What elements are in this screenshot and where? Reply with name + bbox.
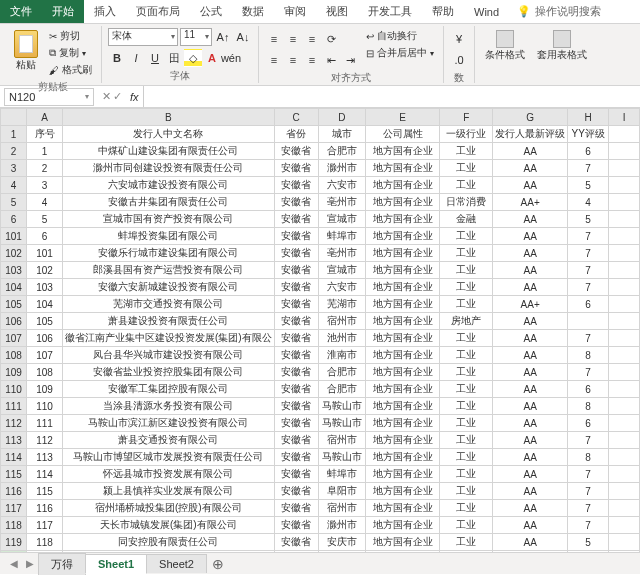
decimal-dec-button[interactable]: .0 [450,51,468,69]
cell[interactable] [609,415,640,432]
col-header-E[interactable]: E [366,109,440,126]
orientation-button[interactable]: ⟳ [322,30,340,48]
cell[interactable]: 宣城市 [318,211,365,228]
cell[interactable]: 蚌埠市 [318,466,365,483]
cell[interactable]: 金融 [440,211,493,228]
row-header[interactable]: 113 [1,432,27,449]
col-header-H[interactable]: H [568,109,609,126]
cell[interactable]: 安徽省 [274,211,318,228]
cell[interactable]: 地方国有企业 [366,500,440,517]
cell[interactable]: 7 [568,160,609,177]
wrap-text-button[interactable]: ↩自动换行 [363,28,437,44]
cell[interactable]: 安徽省 [274,500,318,517]
cell[interactable]: 工业 [440,483,493,500]
cell[interactable]: 3 [27,177,63,194]
col-header-D[interactable]: D [318,109,365,126]
underline-button[interactable]: U [146,49,164,67]
cell[interactable]: 安徽省 [274,262,318,279]
row-header[interactable]: 4 [1,177,27,194]
tab-view[interactable]: 视图 [316,0,358,23]
cell[interactable]: 池州市 [318,330,365,347]
cell[interactable]: 安徽省 [274,296,318,313]
cell[interactable]: 地方国有企业 [366,160,440,177]
cell[interactable]: 安徽省 [274,483,318,500]
cell[interactable]: 淮南市 [318,347,365,364]
cell[interactable]: AA [493,381,568,398]
cell[interactable]: 工业 [440,262,493,279]
grow-font-button[interactable]: A↑ [214,28,232,46]
cell[interactable]: 地方国有企业 [366,245,440,262]
cell[interactable]: 地方国有企业 [366,313,440,330]
cell[interactable]: 六安城市建设投资有限公司 [62,177,274,194]
cell[interactable] [609,381,640,398]
cell[interactable]: 4 [568,194,609,211]
cell[interactable]: 马鞍山市 [318,415,365,432]
row-header[interactable]: 2 [1,143,27,160]
format-painter-button[interactable]: 🖌格式刷 [46,62,95,78]
cell[interactable]: 工业 [440,160,493,177]
cell[interactable]: 地方国有企业 [366,449,440,466]
cell[interactable]: 118 [27,534,63,551]
cell[interactable]: AA [493,160,568,177]
cell[interactable]: 119 [27,551,63,553]
cell[interactable]: 105 [27,313,63,330]
cell[interactable] [609,330,640,347]
cell[interactable]: AA [493,313,568,330]
cell[interactable]: 7 [568,262,609,279]
cell[interactable]: 安徽省 [274,245,318,262]
paste-button[interactable]: 粘贴 [10,28,42,74]
cell[interactable] [609,211,640,228]
cell[interactable]: 1 [27,143,63,160]
tell-me[interactable]: 💡 操作说明搜索 [517,4,601,19]
table-header-cell[interactable]: 城市 [318,126,365,143]
cell[interactable]: 安徽省 [274,194,318,211]
cell[interactable]: 蚌埠投资集团有限公司 [62,228,274,245]
cell[interactable]: 5 [568,211,609,228]
cell[interactable]: AA [493,211,568,228]
align-right-button[interactable]: ≡ [303,51,321,69]
cell[interactable]: 地方国有企业 [366,432,440,449]
cond-format-button[interactable]: 条件格式 [481,28,529,64]
cell[interactable]: 工业 [440,296,493,313]
cell[interactable]: 工业 [440,534,493,551]
cell[interactable]: 萧县建设投资有限责任公司 [62,313,274,330]
cell[interactable]: 安徽省 [274,143,318,160]
row-header[interactable]: 103 [1,262,27,279]
cell[interactable]: 工业 [440,347,493,364]
cell[interactable]: 合肥市 [318,381,365,398]
cell[interactable] [609,534,640,551]
cell[interactable]: 工业 [440,398,493,415]
align-bottom-button[interactable]: ≡ [303,30,321,48]
cell[interactable]: 地方国有企业 [366,551,440,553]
row-header[interactable]: 118 [1,517,27,534]
cell[interactable]: AA [493,228,568,245]
row-header[interactable]: 1 [1,126,27,143]
row-header[interactable]: 108 [1,347,27,364]
cell[interactable]: AA+ [493,296,568,313]
cell[interactable]: 地方国有企业 [366,211,440,228]
cell[interactable]: 怀远县城市投资发展有限公司 [62,466,274,483]
cell[interactable]: 安徽省 [274,330,318,347]
align-middle-button[interactable]: ≡ [284,30,302,48]
cell[interactable]: 7 [568,228,609,245]
cell[interactable]: 114 [27,466,63,483]
cell[interactable]: AA [493,483,568,500]
cell[interactable]: 103 [27,279,63,296]
cell[interactable]: 地方国有企业 [366,262,440,279]
cell[interactable]: 工业 [440,432,493,449]
cell[interactable]: 六安市 [318,177,365,194]
row-header[interactable]: 116 [1,483,27,500]
cell[interactable]: 同安控股有限责任公司 [62,534,274,551]
cell[interactable]: 安徽省 [274,177,318,194]
table-header-cell[interactable]: 公司属性 [366,126,440,143]
cell[interactable]: 工业 [440,245,493,262]
cell[interactable]: AA [493,262,568,279]
cell[interactable]: AA [493,534,568,551]
cell[interactable] [609,347,640,364]
cell[interactable]: 工业 [440,228,493,245]
cancel-formula-button[interactable]: ✕ [102,90,111,103]
row-header[interactable]: 107 [1,330,27,347]
cell[interactable]: 107 [27,347,63,364]
tab-formula[interactable]: 公式 [190,0,232,23]
font-name-select[interactable]: 宋体▾ [108,28,178,46]
